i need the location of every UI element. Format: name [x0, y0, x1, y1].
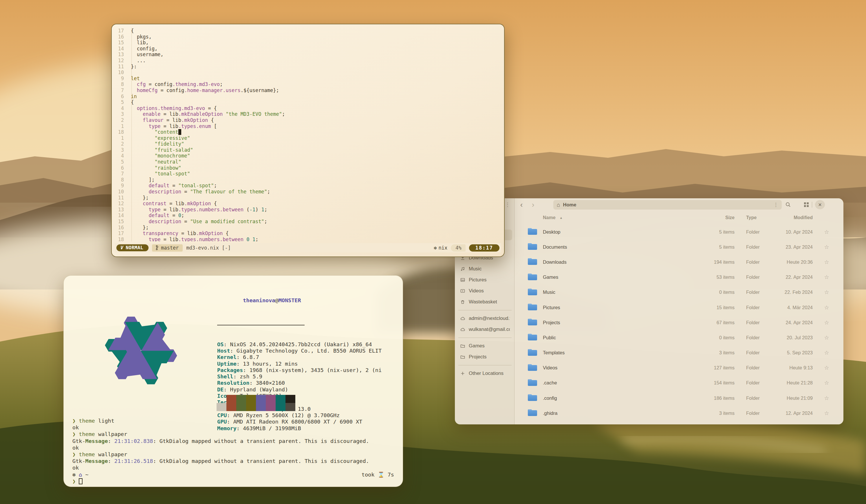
column-header-name[interactable]: Name▲	[543, 215, 700, 220]
star-icon[interactable]: ☆	[820, 334, 833, 341]
star-icon[interactable]: ☆	[820, 274, 833, 280]
table-row[interactable]: .cache154 itemsFolderHeute 21:28☆	[514, 376, 841, 391]
code-line: 5 "neutral"	[115, 159, 502, 165]
code-line: 7 homeCfg = config.home-manager.users.${…	[115, 87, 502, 93]
code-text: type = lib.types.numbers.between 0 1;	[127, 236, 258, 242]
table-row[interactable]: .config186 itemsFolderHeute 21:09☆	[514, 391, 841, 406]
code-line: 14 config,	[115, 46, 502, 52]
cloud-icon	[460, 327, 465, 332]
text-segment: "the MD3-EVO theme"	[226, 111, 282, 117]
info-value: : 3840×2160	[249, 380, 285, 386]
star-icon[interactable]: ☆	[820, 380, 833, 386]
star-icon[interactable]: ☆	[820, 229, 833, 235]
text-segment: "rainbow"	[155, 165, 181, 171]
text-segment: ;	[282, 111, 285, 117]
code-text: description = "The flavour of the theme"…	[127, 189, 270, 195]
text-segment: =	[181, 189, 190, 194]
column-header-type[interactable]: Type	[746, 215, 769, 220]
sidebar-menu-icon[interactable]: ⋮	[503, 200, 512, 209]
table-row[interactable]: Downloads194 itemsFolderHeute 20:36☆	[514, 255, 841, 269]
file-name: Downloads	[543, 259, 700, 265]
sidebar-item-pictures[interactable]: Pictures	[457, 275, 513, 285]
file-name: Documents	[543, 244, 700, 250]
sidebar-item-label: admin@nextcloud.theanin…	[469, 315, 510, 321]
sidebar-item-admin-nextcloud-theanin-[interactable]: admin@nextcloud.theanin…	[457, 313, 513, 324]
path-menu-icon[interactable]: ⋮	[773, 202, 778, 208]
table-row[interactable]: Templates3 itemsFolder5. Sep 2023☆	[514, 345, 841, 360]
line-number: 11	[115, 64, 127, 70]
code-line: 1 type = lib.types.enum [	[115, 123, 502, 130]
file-type: Folder	[746, 275, 769, 280]
text-segment: ;	[214, 183, 217, 189]
text-segment	[131, 219, 148, 224]
file-modified: 22. Feb 2024	[769, 290, 813, 295]
star-icon[interactable]: ☆	[820, 289, 833, 295]
code-line: 11 };	[115, 195, 502, 201]
star-icon[interactable]: ☆	[820, 304, 833, 311]
star-icon[interactable]: ☆	[820, 319, 833, 326]
code-text: default = "tonal-spot";	[127, 183, 217, 189]
text-segment: ;	[267, 189, 270, 194]
table-row[interactable]: Documents5 itemsFolder23. Apr 2024☆	[514, 239, 841, 255]
code-line: 5{	[115, 99, 502, 105]
path-bar[interactable]: ⌂ Home ⋮	[553, 200, 782, 210]
star-icon[interactable]: ☆	[820, 259, 833, 266]
terminal-line-left: Gtk-Message: 21:31:26.518: GtkDialog map…	[73, 458, 369, 464]
sidebar-item-projects[interactable]: Projects	[457, 351, 513, 362]
palette-swatch	[246, 395, 256, 403]
info-value: : 1968 (nix-system), 3435 (nix-user), 2 …	[243, 367, 381, 373]
close-button[interactable]: ✕	[815, 200, 825, 209]
code-line: 14 default = 0;	[115, 212, 502, 219]
code-area[interactable]: 17{16 pkgs,15 lib,14 config,13 username,…	[115, 28, 502, 242]
table-row[interactable]: Desktop5 itemsFolder10. Apr 2024☆	[514, 224, 841, 239]
sidebar-item-wulkanat-gmail-com[interactable]: wulkanat@gmail.com	[457, 324, 513, 335]
sidebar-item-label: Projects	[469, 354, 486, 360]
text-segment: description	[148, 219, 181, 224]
table-row[interactable]: .ghidra3 itemsFolder12. Apr 2024☆	[514, 406, 841, 421]
text-segment	[131, 111, 143, 117]
table-row[interactable]: Videos127 itemsFolderHeute 9:13☆	[514, 360, 841, 376]
forward-button[interactable]: ›	[529, 200, 538, 209]
text-segment	[131, 236, 148, 242]
search-button[interactable]	[783, 200, 793, 209]
column-header-size[interactable]: Size	[700, 215, 734, 220]
title-underline	[217, 325, 304, 325]
star-icon[interactable]: ☆	[820, 365, 833, 371]
folder-icon	[460, 354, 465, 360]
table-row[interactable]: Public0 itemsFolder20. Jul 2023☆	[514, 330, 841, 345]
column-header-modified[interactable]: Modified	[769, 215, 813, 220]
table-row[interactable]: Projects67 itemsFolder24. Apr 2024☆	[514, 315, 841, 330]
table-row[interactable]: Music0 itemsFolder22. Feb 2024☆	[514, 285, 841, 300]
table-row[interactable]: Games53 itemsFolder22. Apr 2024☆	[514, 270, 841, 285]
info-value: : 13 hours, 12 mins	[236, 361, 298, 367]
text-segment: = lib	[178, 231, 196, 236]
sidebar-item-games[interactable]: Games	[457, 340, 513, 351]
star-icon[interactable]: ☆	[820, 244, 833, 250]
table-row[interactable]: Pictures15 itemsFolder4. Mär 2024☆	[514, 300, 841, 315]
file-modified: 20. Jul 2023	[769, 335, 813, 340]
star-icon[interactable]: ☆	[820, 410, 833, 417]
palette-swatch	[216, 395, 226, 403]
sidebar-item-label: Videos	[469, 288, 484, 294]
sidebar-item-other-locations[interactable]: Other Locations	[457, 368, 513, 379]
palette-swatch	[266, 395, 276, 403]
back-button[interactable]: ‹	[517, 200, 526, 209]
text-segment: default	[148, 183, 169, 189]
text-segment: ⌂	[79, 472, 82, 478]
star-icon[interactable]: ☆	[820, 395, 833, 402]
text-segment: "	[178, 129, 181, 135]
code-text	[127, 69, 131, 76]
code-text: "monochrome"	[127, 153, 190, 159]
text-segment: .types.enum	[178, 123, 211, 129]
star-icon[interactable]: ☆	[820, 349, 833, 356]
text-segment	[131, 212, 148, 218]
terminal-window[interactable]: theaninova@MONSTER OS: NixOS 24.05.20240…	[64, 275, 403, 487]
file-size: 127 items	[700, 365, 734, 371]
sidebar-item-wastebasket[interactable]: Wastebasket	[457, 296, 513, 307]
sidebar-item-music[interactable]: Music	[457, 264, 513, 275]
folder-icon	[460, 343, 465, 349]
git-branch-badge[interactable]: master	[152, 244, 183, 251]
text-segment: cfg	[137, 81, 146, 87]
terminal-line: ❯ theme light	[73, 417, 394, 424]
sidebar-item-videos[interactable]: Videos	[457, 285, 513, 296]
